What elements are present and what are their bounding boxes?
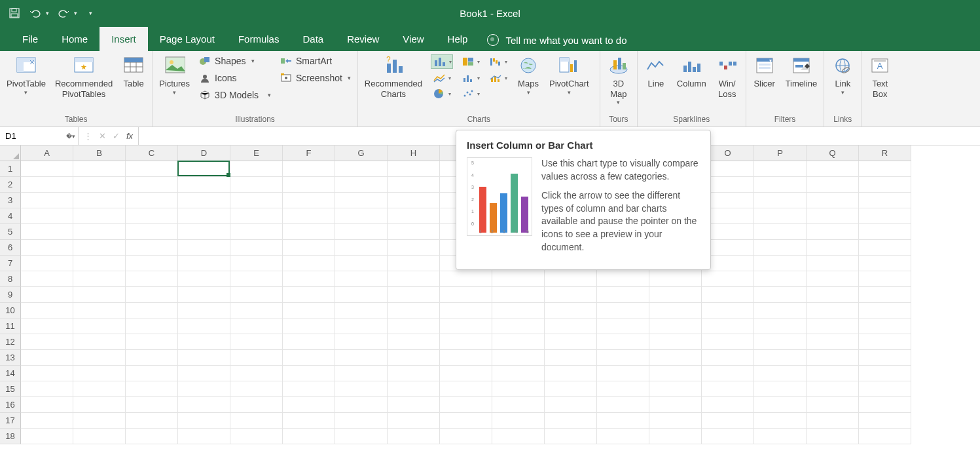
cell[interactable] bbox=[126, 177, 178, 193]
tell-me[interactable]: Tell me what you want to do bbox=[487, 34, 626, 51]
cell[interactable] bbox=[754, 429, 807, 444]
cell[interactable] bbox=[283, 381, 335, 397]
cell[interactable] bbox=[21, 429, 73, 444]
cell[interactable] bbox=[859, 240, 911, 256]
fx-icon[interactable]: fx bbox=[126, 131, 133, 141]
cell[interactable] bbox=[807, 271, 859, 287]
cell[interactable] bbox=[73, 350, 126, 366]
cell[interactable] bbox=[178, 381, 230, 397]
cell[interactable] bbox=[754, 287, 807, 303]
cell[interactable] bbox=[73, 429, 126, 444]
tab-view[interactable]: View bbox=[391, 27, 435, 51]
cell[interactable] bbox=[859, 271, 911, 287]
pie-chart-button[interactable]: ▾ bbox=[431, 88, 452, 100]
cell[interactable] bbox=[649, 366, 702, 381]
cell[interactable] bbox=[126, 193, 178, 208]
cell[interactable] bbox=[230, 240, 283, 256]
cell[interactable] bbox=[649, 334, 702, 350]
cell[interactable] bbox=[388, 240, 440, 256]
cell[interactable] bbox=[283, 271, 335, 287]
cell[interactable] bbox=[230, 381, 283, 397]
column-header[interactable]: R bbox=[859, 145, 911, 161]
cell[interactable] bbox=[21, 287, 73, 303]
waterfall-chart-button[interactable]: ▾ bbox=[488, 55, 507, 68]
cell[interactable] bbox=[178, 366, 230, 381]
column-header[interactable]: C bbox=[126, 145, 178, 161]
cell[interactable] bbox=[702, 413, 754, 429]
column-header[interactable]: G bbox=[335, 145, 388, 161]
cell[interactable] bbox=[388, 303, 440, 318]
cell[interactable] bbox=[178, 240, 230, 256]
hierarchy-chart-button[interactable]: ▾ bbox=[460, 55, 480, 68]
recommended-pivottables-button[interactable]: ★ Recommended PivotTables bbox=[52, 54, 115, 100]
row-header[interactable]: 10 bbox=[0, 303, 21, 318]
recommended-charts-button[interactable]: ? Recommended Charts bbox=[362, 54, 425, 100]
cell[interactable] bbox=[126, 256, 178, 271]
cell[interactable] bbox=[492, 334, 545, 350]
cell[interactable] bbox=[754, 366, 807, 381]
cell[interactable] bbox=[388, 318, 440, 334]
formula-enter-icon[interactable]: ✓ bbox=[113, 131, 120, 141]
cell[interactable] bbox=[859, 397, 911, 413]
cell[interactable] bbox=[649, 303, 702, 318]
select-all-corner[interactable] bbox=[0, 145, 21, 161]
row-header[interactable]: 7 bbox=[0, 256, 21, 271]
cell[interactable] bbox=[807, 381, 859, 397]
cell[interactable] bbox=[649, 413, 702, 429]
cell[interactable] bbox=[859, 318, 911, 334]
cell[interactable] bbox=[21, 318, 73, 334]
row-header[interactable]: 15 bbox=[0, 381, 21, 397]
row-header[interactable]: 4 bbox=[0, 208, 21, 224]
cell[interactable] bbox=[545, 334, 597, 350]
cell[interactable] bbox=[335, 429, 388, 444]
cell[interactable] bbox=[807, 287, 859, 303]
cell[interactable] bbox=[492, 350, 545, 366]
cell[interactable] bbox=[73, 271, 126, 287]
cell[interactable] bbox=[649, 429, 702, 444]
cell[interactable] bbox=[754, 271, 807, 287]
cell[interactable] bbox=[702, 334, 754, 350]
row-header[interactable]: 17 bbox=[0, 413, 21, 429]
cell[interactable] bbox=[283, 429, 335, 444]
cell[interactable] bbox=[597, 318, 649, 334]
cell[interactable] bbox=[754, 193, 807, 208]
cell[interactable] bbox=[545, 287, 597, 303]
cell[interactable] bbox=[702, 303, 754, 318]
cell[interactable] bbox=[388, 193, 440, 208]
cell[interactable] bbox=[388, 397, 440, 413]
cell[interactable] bbox=[21, 271, 73, 287]
cell[interactable] bbox=[283, 287, 335, 303]
cell[interactable] bbox=[283, 366, 335, 381]
cell[interactable] bbox=[335, 161, 388, 177]
cell[interactable] bbox=[754, 208, 807, 224]
scatter-chart-button[interactable]: ▾ bbox=[460, 88, 480, 100]
cell[interactable] bbox=[492, 413, 545, 429]
table-button[interactable]: Table bbox=[119, 54, 148, 90]
cell[interactable] bbox=[440, 413, 492, 429]
cell[interactable] bbox=[754, 397, 807, 413]
cell[interactable] bbox=[545, 366, 597, 381]
cell[interactable] bbox=[859, 366, 911, 381]
cell[interactable] bbox=[388, 381, 440, 397]
cell[interactable] bbox=[126, 366, 178, 381]
save-icon[interactable] bbox=[8, 7, 21, 20]
cell[interactable] bbox=[335, 240, 388, 256]
row-header[interactable]: 12 bbox=[0, 334, 21, 350]
cell[interactable] bbox=[178, 413, 230, 429]
cell[interactable] bbox=[21, 334, 73, 350]
cell[interactable] bbox=[388, 256, 440, 271]
cell[interactable] bbox=[178, 208, 230, 224]
cell[interactable] bbox=[492, 287, 545, 303]
cell[interactable] bbox=[859, 193, 911, 208]
cell[interactable] bbox=[807, 397, 859, 413]
cell[interactable] bbox=[230, 287, 283, 303]
cell[interactable] bbox=[230, 350, 283, 366]
cell[interactable] bbox=[388, 271, 440, 287]
cell[interactable] bbox=[807, 429, 859, 444]
cell[interactable] bbox=[21, 193, 73, 208]
cell[interactable] bbox=[178, 334, 230, 350]
cell[interactable] bbox=[335, 350, 388, 366]
icons-button[interactable]: Icons bbox=[196, 71, 274, 85]
row-header[interactable]: 1 bbox=[0, 161, 21, 177]
cell[interactable] bbox=[335, 271, 388, 287]
